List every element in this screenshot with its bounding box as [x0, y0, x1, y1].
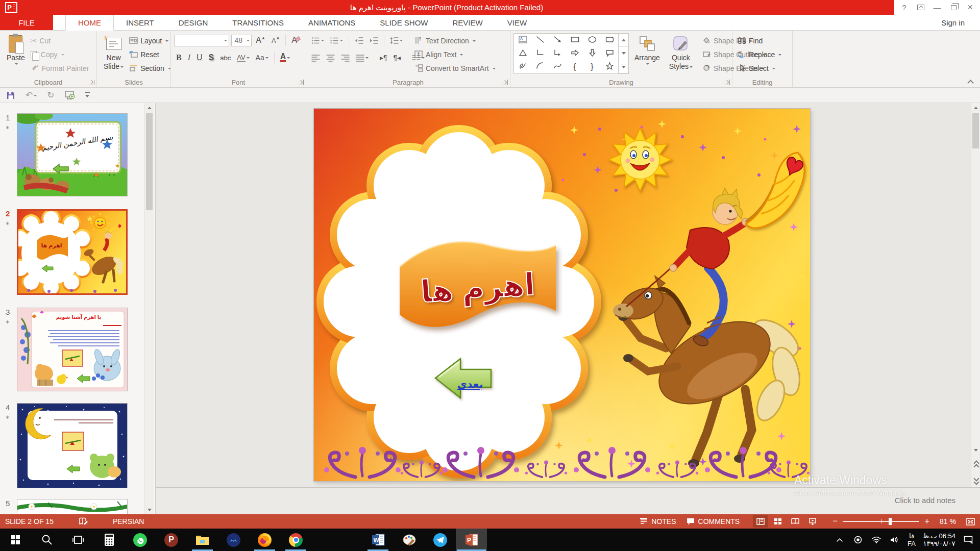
- reset-button[interactable]: Reset: [127, 48, 173, 61]
- rtl-direction-button[interactable]: ¶◂: [391, 51, 403, 64]
- normal-view-button[interactable]: [753, 515, 768, 528]
- language-indicator[interactable]: PERSIAN: [113, 517, 144, 525]
- start-slideshow-button[interactable]: [65, 91, 75, 99]
- action-center-icon[interactable]: [963, 536, 974, 544]
- volume-icon[interactable]: [889, 536, 900, 543]
- quick-styles-button[interactable]: Quick Styles: [666, 33, 696, 74]
- numbering-button[interactable]: [328, 34, 345, 47]
- undo-button[interactable]: ↶: [26, 90, 37, 101]
- thumbnail-slide-4[interactable]: 4 ✶: [17, 403, 128, 488]
- cut-button[interactable]: ✂Cut: [29, 34, 91, 47]
- new-slide-button[interactable]: New Slide: [100, 33, 127, 78]
- tab-animations[interactable]: ANIMATIONS: [296, 15, 368, 30]
- tab-home[interactable]: HOME: [65, 15, 114, 31]
- text-shadow-button[interactable]: S: [207, 51, 216, 64]
- align-text-button[interactable]: Align Text: [412, 48, 498, 61]
- shape-right-brace[interactable]: }: [591, 63, 593, 71]
- reading-view-button[interactable]: [788, 515, 803, 528]
- shape-oval[interactable]: [588, 35, 597, 45]
- shapes-scroll-up[interactable]: [619, 34, 628, 47]
- close-button[interactable]: ×: [964, 2, 977, 13]
- redo-button[interactable]: ↻: [47, 90, 54, 101]
- paint-button[interactable]: [394, 529, 425, 551]
- tab-review[interactable]: REVIEW: [440, 15, 495, 30]
- slide-title-textbox[interactable]: اهرم ها: [395, 252, 560, 323]
- line-spacing-button[interactable]: [388, 34, 405, 47]
- justify-button[interactable]: [354, 51, 371, 64]
- shrink-font-button[interactable]: A▼: [270, 34, 282, 47]
- notes-placeholder[interactable]: Click to add notes: [895, 496, 955, 505]
- notes-toggle[interactable]: NOTES: [640, 517, 676, 525]
- convert-smartart-button[interactable]: Convert to SmartArt: [412, 62, 498, 74]
- font-color-button[interactable]: A: [278, 51, 292, 64]
- language-switcher[interactable]: فا FA: [908, 532, 916, 547]
- zoom-percentage[interactable]: 81 %: [940, 517, 956, 525]
- notes-pane[interactable]: Click to add notes: [156, 487, 980, 514]
- shape-arc[interactable]: [536, 62, 545, 72]
- slide-editor[interactable]: اهرم ها بعدی: [314, 109, 810, 481]
- previous-slide-button[interactable]: [971, 460, 980, 469]
- tab-design[interactable]: DESIGN: [166, 15, 220, 30]
- shape-triangle[interactable]: [519, 48, 527, 59]
- grow-font-button[interactable]: A▲: [254, 34, 267, 47]
- comments-toggle[interactable]: COMMENTS: [687, 517, 740, 525]
- shape-callout[interactable]: [605, 48, 614, 59]
- ltr-direction-button[interactable]: ▸¶: [378, 51, 389, 64]
- shape-curve[interactable]: [553, 62, 562, 72]
- save-button[interactable]: [6, 91, 15, 100]
- chrome-button[interactable]: [280, 529, 311, 551]
- powerpoint-taskbar-button[interactable]: P: [456, 529, 487, 551]
- align-left-button[interactable]: [309, 51, 322, 64]
- taskbar-search-button[interactable]: [31, 529, 62, 551]
- next-slide-hyperlink[interactable]: بعدی: [451, 378, 489, 390]
- thumb-scroll-up-arrow[interactable]: [145, 103, 154, 112]
- thumbnail-slide-5[interactable]: 5: [17, 499, 128, 514]
- bullets-button[interactable]: [309, 34, 326, 47]
- next-slide-button[interactable]: [971, 475, 980, 484]
- underline-button[interactable]: U: [194, 51, 205, 64]
- thumb-scroll-down-arrow[interactable]: [145, 505, 154, 514]
- thumbnail-scrollbar[interactable]: [144, 103, 154, 514]
- app-grid-button[interactable]: [93, 529, 125, 551]
- canvas-scroll-down-arrow[interactable]: [971, 445, 980, 455]
- increase-indent-button[interactable]: [368, 34, 380, 47]
- word-button[interactable]: W: [362, 529, 394, 551]
- collapse-ribbon-button[interactable]: [968, 79, 973, 84]
- firefox-button[interactable]: [249, 529, 280, 551]
- shape-elbow-arrow[interactable]: [553, 48, 562, 59]
- shape-line[interactable]: [536, 35, 545, 45]
- select-button[interactable]: Select: [736, 62, 790, 74]
- canvas-scrollbar[interactable]: [971, 103, 980, 487]
- strikethrough-button[interactable]: abc: [218, 51, 233, 64]
- align-right-button[interactable]: [339, 51, 352, 64]
- change-case-button[interactable]: Aa: [254, 51, 271, 64]
- find-button[interactable]: Find: [736, 34, 790, 47]
- tab-view[interactable]: VIEW: [495, 15, 539, 30]
- layout-button[interactable]: Layout: [127, 34, 173, 47]
- shape-scribble[interactable]: [519, 62, 527, 72]
- zoom-in-button[interactable]: +: [924, 516, 929, 527]
- minimize-button[interactable]: —: [930, 2, 944, 13]
- italic-button[interactable]: I: [186, 51, 192, 64]
- shape-left-brace[interactable]: {: [573, 63, 576, 71]
- align-center-button[interactable]: [324, 51, 337, 64]
- font-size-combo[interactable]: 48: [231, 35, 252, 46]
- zoom-slider-knob[interactable]: [889, 518, 892, 525]
- sign-in-link[interactable]: Sign in: [941, 15, 965, 31]
- format-painter-button[interactable]: Format Painter: [29, 62, 91, 74]
- task-view-button[interactable]: [62, 529, 93, 551]
- file-explorer-button[interactable]: [187, 529, 218, 551]
- tab-file[interactable]: FILE: [0, 15, 53, 30]
- shape-down-arrow[interactable]: [588, 48, 597, 59]
- hidden-icons-chevron[interactable]: [834, 537, 845, 542]
- nordvpn-button[interactable]: [218, 529, 249, 551]
- shape-rounded-rectangle[interactable]: [605, 35, 614, 45]
- shape-rectangle[interactable]: [571, 35, 579, 45]
- slide-sorter-view-button[interactable]: [770, 515, 786, 528]
- paste-button[interactable]: Paste: [3, 33, 29, 78]
- thumb-scroll-thumb[interactable]: [146, 113, 153, 210]
- character-spacing-button[interactable]: AV: [235, 51, 251, 64]
- bold-button[interactable]: B: [174, 51, 184, 64]
- drawing-dialog-launcher[interactable]: [724, 80, 730, 85]
- tray-record-icon[interactable]: [852, 536, 864, 544]
